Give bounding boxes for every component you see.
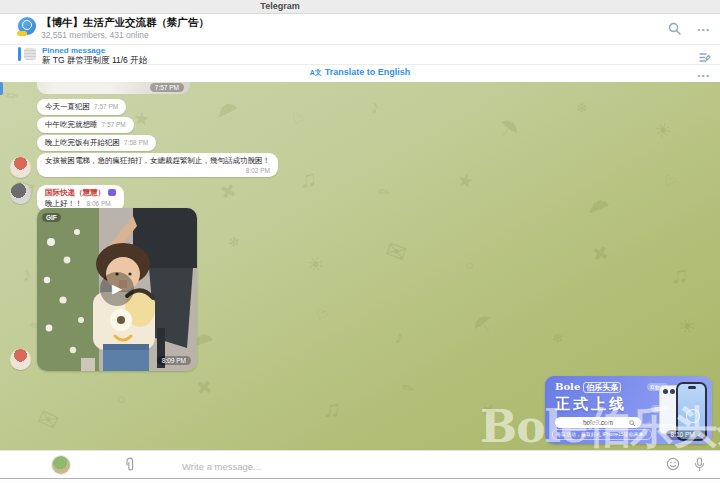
pinned-list-icon	[699, 51, 711, 63]
play-icon: ▶	[112, 281, 122, 296]
translate-bar: A文Translate to English •••	[0, 65, 720, 83]
pointer-hand-icon: ☝	[646, 419, 651, 428]
sent-check-icon: ✓	[697, 431, 702, 438]
ad-brand-name: Bole	[555, 381, 580, 392]
ad-url: bole9.com	[583, 419, 613, 426]
translate-icon: A文	[310, 68, 322, 78]
message-text: 今天一直犯困	[45, 102, 90, 111]
window-titlebar: Telegram	[0, 0, 720, 14]
message-composer	[0, 450, 720, 479]
sender-avatar[interactable]	[10, 183, 31, 204]
translate-label: Translate to English	[325, 67, 411, 77]
group-title: 【博牛】生活产业交流群（禁广告）	[41, 16, 209, 30]
group-avatar-badge	[17, 31, 27, 36]
message-text: 女孩被困電梯，急的瘋狂拍打，女總裁趕緊制止，幾句話成功脫困！	[45, 156, 270, 165]
window-title: Telegram	[0, 1, 560, 11]
message-bubble: 晚上吃完饭有开始犯困7:58 PM	[37, 135, 156, 151]
microphone-icon	[693, 457, 706, 472]
message-bubble: 中午吃完就想睡7:57 PM	[37, 117, 134, 133]
message-time: 7:57 PM	[94, 103, 118, 110]
ellipsis-icon: •••	[698, 25, 711, 34]
pinned-accent-bar	[18, 47, 21, 61]
search-icon	[668, 22, 681, 35]
window-bottom-edge	[0, 478, 720, 483]
scroll-indicator[interactable]	[0, 82, 3, 95]
message-text: 中午吃完就想睡	[45, 120, 98, 129]
group-logo-icon	[22, 20, 32, 30]
emoji-smile-icon	[666, 457, 680, 471]
sender-name[interactable]: 国际快递（慧慧）	[45, 188, 105, 197]
gif-message[interactable]: GIF ▶ 8:09 PM	[37, 208, 197, 371]
message-bubble: 女孩被困電梯，急的瘋狂拍打，女總裁趕緊制止，幾句話成功脫困！ 8:02 PM	[37, 153, 278, 177]
message-time: 8:02 PM	[45, 167, 270, 174]
message-bubble: 今天一直犯困7:57 PM	[37, 99, 126, 115]
sender-avatar[interactable]	[10, 157, 31, 178]
ad-brand: Bole伯乐头条	[555, 381, 621, 393]
ad-search-pill: bole9.com	[555, 417, 641, 428]
search-icon	[629, 420, 636, 427]
message-time: 7:57 PM	[150, 83, 184, 92]
ellipsis-icon: •••	[698, 71, 711, 80]
emoji-button[interactable]	[666, 457, 680, 475]
message-text: 晚上好！！	[45, 199, 83, 208]
group-avatar[interactable]	[18, 17, 36, 35]
message-input[interactable]	[180, 455, 584, 477]
chat-history[interactable]: ✎★☁♡♪☂❄☀✉○✚♫✎★☁♡♪☂❄☀✉○✚♫✎★☁♡♪☂❄☀✉○✚♫✎★☁♡…	[0, 82, 720, 450]
ad-banner-message[interactable]: Bole伯乐头条 双触达 双触达 正式上线 bole9.com ☝ 每日活动，赢…	[545, 376, 712, 444]
search-button[interactable]	[668, 21, 684, 37]
translate-button[interactable]: A文Translate to English	[0, 67, 720, 78]
message-time: 7:57 PM	[102, 121, 126, 128]
message-time: 8:06 PM	[87, 200, 111, 207]
attach-button[interactable]	[124, 457, 136, 476]
sender-emoji-badge-icon	[108, 189, 116, 196]
message-time: 8:09 PM	[157, 356, 191, 365]
pinned-thumbnail	[24, 48, 36, 60]
pinned-message-bar[interactable]: Pinned message 新 TG 群管理制度 11/6 开始	[0, 45, 720, 65]
send-as-avatar[interactable]	[52, 456, 70, 474]
chat-header[interactable]: 【博牛】生活产业交流群（禁广告） 32,551 members, 431 onl…	[0, 14, 720, 45]
play-button[interactable]: ▶	[100, 272, 134, 306]
telegram-window: Telegram 【博牛】生活产业交流群（禁广告） 32,551 members…	[0, 0, 720, 483]
ad-time-text: 8:10 PM	[671, 431, 695, 438]
sender-avatar[interactable]	[10, 349, 31, 370]
voice-message-button[interactable]	[693, 457, 706, 476]
message-time: 8:10 PM ✓	[666, 430, 707, 440]
ad-brand-suffix: 伯乐头条	[583, 382, 621, 393]
ad-headline: 正式上线	[555, 395, 627, 414]
group-members-status: 32,551 members, 431 online	[41, 30, 149, 40]
ad-promo-text: 每日活动，赢取好礼 iPhone15等你来拿！	[552, 429, 652, 440]
paperclip-icon	[124, 457, 136, 472]
message-time: 7:58 PM	[124, 139, 148, 146]
chat-menu-button[interactable]: •••	[696, 23, 712, 39]
photo-message-partial[interactable]: 7:57 PM	[37, 82, 190, 94]
message-text: 晚上吃完饭有开始犯困	[45, 138, 120, 147]
gif-label: GIF	[42, 213, 61, 222]
